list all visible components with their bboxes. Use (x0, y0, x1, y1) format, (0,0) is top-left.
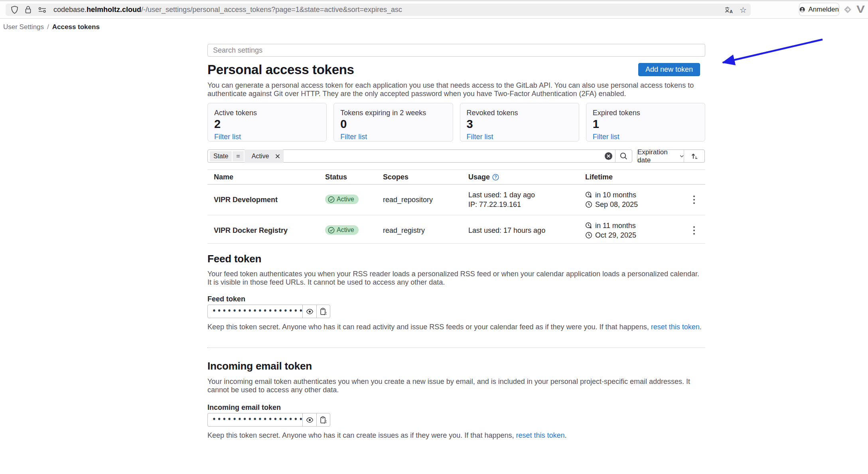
token-actions (686, 222, 705, 238)
breadcrumb-user-settings[interactable]: User Settings (3, 23, 44, 31)
filtered-search-input[interactable]: State = Active (207, 149, 632, 163)
svg-text:?: ? (494, 175, 497, 179)
token-status: Active (319, 220, 377, 241)
row-actions-kebab[interactable] (686, 192, 702, 208)
stat-label: Expired tokens (593, 109, 698, 117)
status-label: Active (337, 196, 354, 203)
chip-remove-icon[interactable] (275, 154, 280, 159)
filter-text-area[interactable] (284, 150, 602, 162)
check-circle-icon (328, 196, 335, 203)
filter-list-link[interactable]: Filter list (467, 133, 493, 141)
search-submit-button[interactable] (615, 150, 632, 162)
signin-label: Anmelden (808, 6, 839, 14)
kebab-icon (693, 226, 695, 235)
usage-last-used: Last used: 17 hours ago (468, 226, 579, 235)
token-row: VIPR Development Active read_repository … (207, 185, 705, 215)
token-row: VIPR Docker Registry Active read_registr… (207, 215, 705, 244)
sync-arrow-icon[interactable] (843, 5, 852, 14)
browser-logo[interactable]: V (856, 4, 864, 15)
stat-label: Active tokens (214, 109, 320, 117)
clear-filter-button[interactable] (602, 150, 615, 162)
table-header: Name Status Scopes Usage ? Lifetime (207, 170, 705, 185)
incoming-token-field[interactable]: ••••••••••••••••••••••••••• (207, 413, 302, 427)
col-scopes: Scopes (377, 173, 462, 181)
clear-icon (604, 152, 613, 160)
copy-feed-token-button[interactable] (316, 305, 330, 318)
kebab-icon (693, 195, 695, 205)
reveal-incoming-token-button[interactable] (302, 413, 316, 427)
stat-card-revoked: Revoked tokens 3 Filter list (460, 103, 579, 142)
urlbar-trailing-icons: A ☆ (724, 6, 747, 14)
signin-button[interactable]: Anmelden (799, 3, 839, 16)
add-new-token-button[interactable]: Add new token (638, 63, 700, 76)
search-icon (619, 152, 628, 160)
sort-field-dropdown[interactable]: Expiration date (637, 150, 684, 162)
account-icon (799, 6, 805, 14)
sort-field-label: Expiration date (637, 148, 677, 164)
lock-icon[interactable] (25, 6, 32, 14)
feed-token-label: Feed token (207, 295, 245, 303)
copy-incoming-token-button[interactable] (316, 413, 330, 427)
secret-note-text: Keep this token secret. Anyone who has i… (207, 323, 651, 331)
sort-ascending-icon (690, 152, 698, 160)
secret-note-text: Keep this token secret. Anyone who has i… (207, 431, 516, 439)
expires-on-label: Oct 29, 2025 (595, 230, 636, 240)
translate-icon[interactable]: A (724, 6, 734, 14)
bookmark-star-icon[interactable]: ☆ (740, 6, 747, 14)
incoming-token-label: Incoming email token (207, 403, 281, 412)
stat-card-active: Active tokens 2 Filter list (207, 103, 327, 142)
col-usage: Usage ? (462, 173, 579, 181)
check-circle-icon (328, 227, 335, 234)
clock-icon (585, 232, 592, 239)
sort-direction-button[interactable] (684, 150, 704, 162)
feed-token-secret-note: Keep this token secret. Anyone who has i… (207, 323, 704, 331)
main-content: Personal access tokens Add new token You… (207, 0, 705, 474)
incoming-token-description: Your incoming email token authenticates … (207, 378, 704, 394)
breadcrumb: User Settings/Access tokens (3, 23, 100, 31)
help-icon[interactable]: ? (492, 174, 499, 181)
token-name: VIPR Development (207, 190, 319, 210)
col-lifetime: Lifetime (579, 173, 686, 181)
lifetime-expires-in: in 11 months (585, 221, 686, 230)
search-settings-input[interactable] (207, 44, 705, 57)
chip-value[interactable]: Active (245, 149, 284, 163)
col-status: Status (319, 173, 377, 181)
breadcrumb-separator: / (47, 23, 49, 31)
page-header: Personal access tokens Add new token (207, 60, 705, 79)
reset-incoming-token-link[interactable]: reset this token (516, 431, 564, 439)
clock-icon (585, 201, 592, 208)
reveal-feed-token-button[interactable] (302, 305, 316, 318)
expires-on-label: Sep 08, 2025 (595, 200, 638, 209)
tracker-settings-icon[interactable] (38, 7, 47, 13)
shield-icon[interactable] (11, 6, 18, 14)
token-lifetime: in 11 months Oct 29, 2025 (579, 215, 686, 246)
secret-note-suffix: . (565, 431, 567, 439)
stat-label: Revoked tokens (467, 109, 572, 117)
feed-token-description: Your feed token authenticates you when y… (207, 270, 704, 287)
row-actions-kebab[interactable] (686, 222, 702, 238)
chip-operator[interactable]: = (233, 151, 243, 161)
col-usage-label: Usage (468, 173, 490, 181)
expires-in-label: in 11 months (595, 221, 636, 230)
copy-icon (320, 416, 327, 424)
status-badge: Active (325, 195, 359, 204)
stat-value: 0 (340, 118, 446, 131)
eye-icon (306, 309, 314, 315)
reset-feed-token-link[interactable]: reset this token (651, 323, 700, 331)
stat-card-expiring: Tokens expiring in 2 weeks 0 Filter list (333, 103, 453, 142)
filter-list-link[interactable]: Filter list (214, 133, 241, 141)
filter-list-link[interactable]: Filter list (593, 133, 619, 141)
col-name: Name (207, 173, 319, 181)
token-usage: Last used: 17 hours ago (462, 220, 579, 241)
filter-chip-state[interactable]: State = Active (210, 149, 284, 163)
status-badge: Active (325, 225, 359, 235)
chip-value-label: Active (248, 151, 273, 161)
expire-clock-icon (585, 191, 592, 199)
chip-field[interactable]: State (210, 151, 232, 161)
feed-token-field[interactable]: •••••••••••••••••••••••••• (207, 305, 302, 318)
page-description: You can generate a personal access token… (207, 81, 702, 98)
token-scopes: read_registry (377, 221, 462, 240)
filter-list-link[interactable]: Filter list (340, 133, 367, 141)
copy-icon (320, 308, 327, 315)
chevron-down-icon (680, 155, 684, 158)
